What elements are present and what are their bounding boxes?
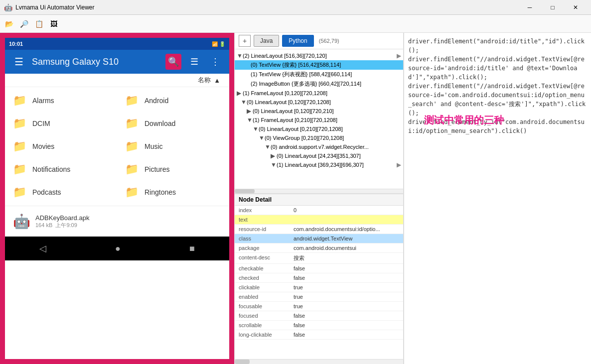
tree-toggle <box>245 81 251 88</box>
minimize-button[interactable]: ─ <box>518 0 541 15</box>
toolbar-btn-2[interactable]: 🔎 <box>17 17 31 31</box>
node-key: class <box>235 234 290 243</box>
node-value: false <box>290 330 403 340</box>
phone-app-title: Samsung Galaxy S10 <box>32 57 160 67</box>
node-key: package <box>235 243 290 253</box>
folder-name: Music <box>145 142 163 150</box>
folder-item-podcasts[interactable]: 📁 Podcasts <box>5 181 117 204</box>
tree-item-9[interactable]: ▼ (0) ViewGroup [0,210][720,1208] <box>235 133 403 142</box>
java-tab[interactable]: Java <box>254 35 279 47</box>
tree-item-3[interactable]: (2) ImageButton {更多选项} [660,42][720,114] <box>235 79 403 89</box>
folder-item-alarms[interactable]: 📁 Alarms <box>5 89 117 112</box>
tree-item-2[interactable]: (1) TextView {列表视图} [588,42][660,114] <box>235 70 403 79</box>
node-key: resource-id <box>235 225 290 234</box>
folder-name: Alarms <box>32 97 54 105</box>
tree-item-4[interactable]: ▶ (1) FrameLayout [0,120][720,1208] <box>235 89 403 98</box>
tree-tab-bar: + Java Python (562,79) <box>235 33 403 49</box>
phone-list-icon[interactable]: ☰ <box>186 54 202 70</box>
tab-coords: (562,79) <box>319 38 339 44</box>
tree-content[interactable]: ▼ (2) LinearLayout [516,36][720,120] ▶ (… <box>235 49 403 189</box>
tree-toggle[interactable]: ▼ <box>253 125 259 132</box>
tree-toggle[interactable]: ▶ <box>271 152 277 159</box>
node-detail-row: index0 <box>235 206 403 215</box>
folder-name: DCIM <box>32 120 50 127</box>
folder-item-android[interactable]: 📁 Android <box>117 89 229 112</box>
phone-search-icon[interactable]: 🔍 <box>165 54 181 70</box>
tree-item-0[interactable]: ▼ (2) LinearLayout [516,36][720,120] ▶ <box>235 51 403 60</box>
home-nav-btn[interactable]: ● <box>115 243 121 254</box>
tree-item-7[interactable]: ▼ (1) FrameLayout [0,210][720,1208] <box>235 116 403 124</box>
node-key: long-clickable <box>235 330 290 340</box>
toolbar-btn-4[interactable]: 🖼 <box>47 17 61 31</box>
folder-item-pictures[interactable]: 📁 Pictures <box>117 158 229 181</box>
window-title: Lvmama Ui Automator Viewer <box>15 4 518 11</box>
maximize-button[interactable]: □ <box>541 0 564 15</box>
python-tab[interactable]: Python <box>282 35 313 47</box>
folder-name: Download <box>145 120 175 127</box>
tree-item-6[interactable]: ▶ (0) LinearLayout [0,120][720,210] <box>235 107 403 116</box>
node-detail-table: index0textresource-idcom.android.documen… <box>235 206 403 340</box>
folder-item-dcim[interactable]: 📁 DCIM <box>5 112 117 135</box>
node-detail-row: resource-idcom.android.documentsui:id/op… <box>235 225 403 234</box>
tree-toggle[interactable]: ▼ <box>247 117 253 123</box>
folder-name: Movies <box>32 142 54 150</box>
hamburger-icon[interactable]: ☰ <box>11 54 27 70</box>
tree-toggle[interactable]: ▶ <box>247 108 253 115</box>
phone-file-area: 🤖 ADBKeyBoard.apk 164 kB 上午9:09 <box>5 206 229 237</box>
app-icon: 🤖 <box>4 3 12 11</box>
tree-horizontal-scrollbar[interactable] <box>235 189 403 194</box>
node-key: content-desc <box>235 253 290 264</box>
file-item-apk[interactable]: 🤖 ADBKeyBoard.apk 164 kB 上午9:09 <box>13 210 221 233</box>
folder-item-music[interactable]: 📁 Music <box>117 135 229 158</box>
folder-item-download[interactable]: 📁 Download <box>117 112 229 135</box>
node-value: 搜索 <box>290 253 403 264</box>
tree-scroll-indicator: ▶ <box>397 161 401 168</box>
tree-toggle[interactable]: ▼ <box>265 143 271 150</box>
tree-item-10[interactable]: ▼ (0) android.support.v7.widget.Recycler… <box>235 142 403 151</box>
phone-status-icons: 📶🔋 <box>212 41 225 47</box>
node-value: android.widget.TextView <box>290 234 403 243</box>
tree-scroll-right[interactable]: ▶ <box>397 52 401 59</box>
folder-icon: 📁 <box>13 163 26 176</box>
folder-name: Notifications <box>32 165 70 173</box>
node-detail-row: long-clickablefalse <box>235 330 403 340</box>
tree-item-1[interactable]: (0) TextView {搜索} [516,42][588,114] <box>235 60 403 70</box>
folder-icon: 📁 <box>13 140 26 153</box>
folder-item-ringtones[interactable]: 📁 Ringtones <box>117 181 229 204</box>
sort-chevron-icon[interactable]: ▲ <box>214 77 220 84</box>
tree-item-12[interactable]: ▼ (1) LinearLayout [369,234][696,307] ▶ <box>235 160 403 169</box>
node-key: index <box>235 206 290 215</box>
recent-nav-btn[interactable]: ■ <box>189 243 195 254</box>
node-value: false <box>290 311 403 321</box>
window-controls: ─ □ ✕ <box>518 0 587 15</box>
phone-more-icon[interactable]: ⋮ <box>207 54 223 70</box>
folder-item-movies[interactable]: 📁 Movies <box>5 135 117 158</box>
tree-item-8[interactable]: ▼ (0) LinearLayout [0,210][720,1208] <box>235 124 403 133</box>
tree-toggle[interactable]: ▼ <box>271 161 277 168</box>
node-value: false <box>290 264 403 273</box>
node-detail-row: checkedfalse <box>235 273 403 283</box>
node-value: true <box>290 302 403 311</box>
tree-toggle[interactable]: ▼ <box>241 99 247 106</box>
toolbar-btn-1[interactable]: 📂 <box>2 17 16 31</box>
toolbar-btn-3[interactable]: 📋 <box>32 17 46 31</box>
add-tab-button[interactable]: + <box>239 35 251 47</box>
node-value: true <box>290 292 403 302</box>
folder-icon: 📁 <box>125 94 139 107</box>
folder-name: Podcasts <box>32 188 61 196</box>
node-key: clickable <box>235 283 290 292</box>
phone-panel: 10:01 📶🔋 ☰ Samsung Galaxy S10 🔍 ☰ ⋮ 名称 ▲ <box>0 33 234 364</box>
node-key: focusable <box>235 302 290 311</box>
folder-item-notifications[interactable]: 📁 Notifications <box>5 158 117 181</box>
phone-status-bar: 10:01 📶🔋 <box>5 38 229 50</box>
node-horizontal-scrollbar[interactable] <box>235 359 403 364</box>
code-panel: driver.findElement("android:id/title","i… <box>404 33 591 364</box>
back-nav-btn[interactable]: ◁ <box>39 243 46 254</box>
close-button[interactable]: ✕ <box>564 0 587 15</box>
node-detail-row: focusabletrue <box>235 302 403 311</box>
tree-toggle[interactable]: ▼ <box>259 134 265 141</box>
tree-toggle[interactable]: ▼ <box>237 52 243 59</box>
tree-item-11[interactable]: ▶ (0) LinearLayout [24,234][351,307] <box>235 151 403 160</box>
tree-toggle[interactable]: ▶ <box>237 90 243 97</box>
tree-item-5[interactable]: ▼ (0) LinearLayout [0,120][720,1208] <box>235 98 403 107</box>
